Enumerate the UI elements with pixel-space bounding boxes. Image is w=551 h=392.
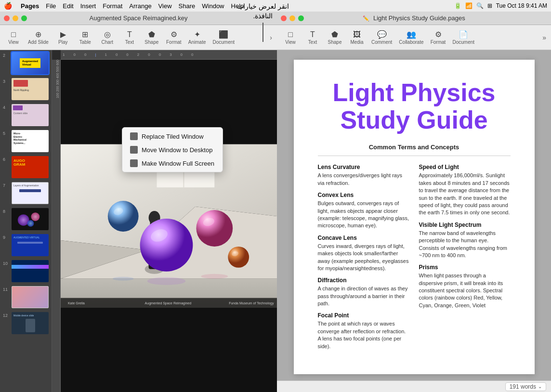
keynote-play-button[interactable]: ▶ Play [52, 28, 74, 47]
pages-fullscreen-button[interactable] [298, 15, 304, 21]
ruler-left: 100 200 300 400 500 600 [52, 60, 61, 392]
control-center-icon[interactable]: ⊞ [487, 2, 492, 9]
doc-divider [318, 156, 511, 156]
pages-document-button[interactable]: 📄 Document [450, 28, 478, 47]
slide-item-7[interactable]: 7 Layers of Augmentation [0, 180, 52, 206]
pages-comment-button[interactable]: 💬 Comment [368, 28, 395, 47]
keynote-traffic-lights [0, 15, 27, 21]
slide-thumb-11[interactable] [12, 286, 49, 308]
wifi-icon: 📶 [465, 2, 472, 9]
slide-thumb-2[interactable]: AugmentedVirtual [12, 52, 49, 74]
pages-statusbar: 191 words ⌄ [277, 380, 551, 392]
context-menu-item-move-window[interactable]: Move Window to Desktop [122, 143, 223, 157]
keynote-format-button[interactable]: ⚙ Format [163, 28, 184, 47]
keynote-minimize-button[interactable] [13, 15, 18, 21]
animate-icon: ✦ [192, 30, 202, 39]
pages-document-icon: 📄 [458, 30, 469, 39]
pages-toolbar-chevron-icon[interactable]: » [540, 32, 548, 43]
pages-media-button[interactable]: 🖼 Media [346, 28, 367, 47]
slide-thumb-10[interactable] [12, 260, 49, 282]
slide-item-11[interactable]: 11 [0, 284, 52, 310]
slide-thumb-8[interactable] [12, 208, 49, 230]
context-menu-item-fullscreen[interactable]: Make Window Full Screen [122, 157, 223, 170]
pages-format-button[interactable]: ⚙ Format [428, 28, 449, 47]
keynote-document-button[interactable]: ⬛ Document [210, 28, 238, 47]
slide-thumb-5[interactable]: Micro-Electro-MechanicalSystems... [12, 130, 49, 152]
main-slide-art[interactable]: Kate Grella Augmented Space Reimagined F… [61, 60, 277, 392]
pages-minimize-button[interactable] [289, 15, 295, 21]
slide-canvas: 100| 100 200 300 100 200 300 400 500 600 [52, 50, 277, 392]
main-area: Augmented Space Reimagined.key □ View ⊕ … [0, 12, 551, 392]
keynote-add-slide-button[interactable]: ⊕ Add Slide [25, 28, 52, 47]
apple-menu[interactable]: 🍎 [4, 2, 12, 10]
keynote-fullscreen-button[interactable] [21, 15, 27, 21]
slide-item-9[interactable]: 9 AUGMENTED VIRTUAL [0, 232, 52, 258]
keynote-table-button[interactable]: ⊞ Table [75, 28, 96, 47]
pages-text-button[interactable]: T Text [302, 28, 323, 47]
menu-window[interactable]: Window [202, 2, 224, 10]
keynote-toolbar: □ View ⊕ Add Slide ▶ Play ⊞ Table ◎ Char… [0, 25, 277, 50]
context-menu-item-replace-tiled[interactable]: Replace Tiled Window [122, 130, 223, 143]
menu-pages[interactable]: Pages [21, 2, 39, 10]
keynote-view-button[interactable]: □ View [3, 28, 24, 47]
slide-item-3[interactable]: 3 North Rippling [0, 76, 52, 102]
menu-view[interactable]: View [158, 2, 172, 10]
pages-document[interactable]: Light PhysicsStudy Guide Common Terms an… [294, 60, 535, 374]
pages-titlebar: ✏️ Light Physics Study Guide.pages [277, 12, 551, 25]
view-icon: □ [8, 30, 19, 39]
keynote-close-button[interactable] [4, 15, 10, 21]
slide-item-6[interactable]: 6 AUGOGRAM [0, 154, 52, 180]
slide-thumb-7[interactable]: Layers of Augmentation [12, 182, 49, 204]
keynote-animate-button[interactable]: ✦ Animate [185, 28, 209, 47]
svg-point-18 [108, 201, 139, 232]
slide-item-8[interactable]: 8 [0, 206, 52, 232]
search-icon[interactable]: 🔍 [476, 2, 484, 9]
play-icon: ▶ [58, 30, 68, 39]
pages-shape-button[interactable]: ⬟ Shape [324, 28, 345, 47]
term-visible-spectrum: Visible Light Spectrum The narrow band o… [419, 222, 511, 260]
slide-item-5[interactable]: 5 Micro-Electro-MechanicalSystems... [0, 128, 52, 154]
term-diffraction: Diffraction A change in direction of wav… [318, 277, 409, 307]
term-convex-lens: Convex Lens Bulges outward, converges ra… [318, 192, 409, 230]
slide-item-2[interactable]: 2 AugmentedVirtual [0, 50, 52, 76]
annotation-text-line2: النافذة. [237, 12, 289, 21]
move-window-icon [130, 146, 138, 154]
replace-tiled-icon [130, 132, 138, 140]
annotation-text-line1: انقر لعرض خيارات [237, 2, 289, 12]
svg-point-14 [140, 219, 193, 272]
pages-comment-icon: 💬 [377, 30, 387, 39]
svg-point-16 [196, 210, 233, 247]
menu-arrange[interactable]: Arrange [129, 2, 151, 10]
slide-thumb-4[interactable]: Content slide [12, 104, 49, 126]
word-count-arrow-icon[interactable]: ⌄ [538, 384, 542, 389]
battery-icon: 🔋 [454, 2, 461, 9]
term-speed-of-light: Speed of Light Approximately 186,000ml/s… [419, 164, 511, 216]
pages-window-title: ✏️ Light Physics Study Guide.pages [363, 14, 465, 22]
keynote-chart-button[interactable]: ◎ Chart [97, 28, 118, 47]
svg-point-20 [228, 247, 249, 268]
menu-file[interactable]: File [46, 2, 56, 10]
table-icon: ⊞ [80, 30, 91, 39]
slide-thumb-3[interactable]: North Rippling [12, 78, 49, 100]
menubar-right: 🔋 📶 🔍 ⊞ Tue Oct 18 9:41 AM [454, 2, 547, 9]
term-concave-lens: Concave Lens Curves inward, diverges ray… [318, 235, 409, 273]
pages-collaborate-button[interactable]: 👥 Collaborate [396, 28, 426, 47]
keynote-shape-button[interactable]: ⬟ Shape [141, 28, 162, 47]
svg-text:Augmented Space Reimagined: Augmented Space Reimagined [145, 301, 192, 305]
word-count-badge[interactable]: 191 words ⌄ [505, 382, 546, 391]
menu-format[interactable]: Format [103, 2, 122, 10]
pages-format-icon: ⚙ [433, 30, 444, 39]
slide-thumb-6[interactable]: AUGOGRAM [12, 156, 49, 178]
slide-item-10[interactable]: 10 [0, 258, 52, 284]
keynote-text-button[interactable]: T Text [119, 28, 140, 47]
slide-thumb-9[interactable]: AUGMENTED VIRTUAL [12, 234, 49, 256]
menu-edit[interactable]: Edit [63, 2, 73, 10]
text-icon: T [124, 30, 135, 39]
slide-item-12[interactable]: 12 Mobile device slide [0, 310, 52, 336]
menu-share[interactable]: Share [179, 2, 196, 10]
menu-insert[interactable]: Insert [80, 2, 96, 10]
slide-item-4[interactable]: 4 Content slide [0, 102, 52, 128]
term-prisms: Prisms When light passes through a dispe… [419, 264, 511, 309]
slide-thumb-12[interactable]: Mobile device slide [12, 312, 49, 334]
shape-icon: ⬟ [146, 30, 157, 39]
